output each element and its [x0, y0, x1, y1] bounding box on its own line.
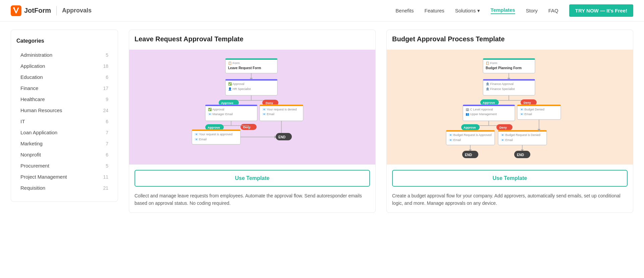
- svg-text:📧 Email: 📧 Email: [520, 112, 532, 116]
- use-template-button-leave[interactable]: Use Template: [135, 170, 370, 187]
- nav-benefits[interactable]: Benefits: [395, 8, 414, 13]
- nav-faq[interactable]: FAQ: [548, 8, 558, 13]
- sidebar-title: Categories: [16, 38, 112, 44]
- svg-text:🏦 Finance Approval: 🏦 Finance Approval: [486, 82, 514, 86]
- sidebar-item-it[interactable]: IT 6: [16, 116, 112, 127]
- sidebar-count-nonprofit: 6: [106, 152, 108, 157]
- sidebar-item-human-resources[interactable]: Human Resources 24: [16, 105, 112, 116]
- sidebar-item-loan-application[interactable]: Loan Application 7: [16, 127, 112, 138]
- templates-grid: Leave Request Approval Template 📋 Form L…: [129, 30, 633, 213]
- sidebar-count-marketing: 7: [106, 141, 108, 146]
- nav-solutions[interactable]: Solutions ▾: [455, 8, 480, 14]
- svg-rect-68: [517, 105, 561, 106]
- svg-text:END: END: [278, 135, 285, 139]
- sidebar-count-procurement: 5: [106, 163, 108, 169]
- template-card-leave-request: Leave Request Approval Template 📋 Form L…: [129, 30, 376, 213]
- svg-text:📧 Manager Email: 📧 Manager Email: [208, 112, 233, 116]
- budget-approval-flow-svg: 📋 Form Budget Planning Form 🏦 Finance Ap…: [439, 55, 580, 159]
- svg-rect-80: [446, 130, 495, 145]
- sidebar-item-nonprofit[interactable]: Nonprofit 6: [16, 149, 112, 160]
- nav-features[interactable]: Features: [425, 8, 444, 13]
- svg-text:✅ Approval: ✅ Approval: [208, 107, 224, 111]
- svg-rect-67: [517, 105, 561, 120]
- svg-text:📋 Form: 📋 Form: [228, 61, 240, 65]
- sidebar-item-administration[interactable]: Administration 5: [16, 49, 112, 60]
- sidebar: Categories Administration 5 Application …: [11, 30, 118, 202]
- svg-text:📧 Budget Denied: 📧 Budget Denied: [520, 107, 544, 111]
- sidebar-label-application: Application: [20, 63, 45, 69]
- sidebar-count-it: 6: [106, 119, 108, 124]
- sidebar-item-healthcare[interactable]: Healthcare 9: [16, 94, 112, 105]
- sidebar-label-human-resources: Human Resources: [20, 107, 62, 113]
- svg-rect-37: [192, 130, 240, 144]
- nav-templates[interactable]: Templates: [491, 7, 515, 14]
- svg-text:👥 Upper Management: 👥 Upper Management: [466, 112, 497, 116]
- svg-rect-84: [498, 130, 547, 145]
- sidebar-label-requisition: Requisition: [20, 185, 45, 191]
- sidebar-label-administration: Administration: [20, 52, 52, 58]
- svg-text:📧 Email: 📧 Email: [195, 137, 207, 141]
- leave-request-flow-svg: 📋 Form Leave Request Form ✅ Approval 👤 H…: [182, 55, 323, 159]
- sidebar-label-healthcare: Healthcare: [20, 96, 45, 102]
- svg-text:📧 Budget Request is Denied: 📧 Budget Request is Denied: [501, 133, 540, 137]
- sidebar-item-application[interactable]: Application 18: [16, 60, 112, 72]
- sidebar-item-project-management[interactable]: Project Management 11: [16, 171, 112, 182]
- sidebar-item-education[interactable]: Education 6: [16, 72, 112, 83]
- template-preview-budget: 📋 Form Budget Planning Form 🏦 Finance Ap…: [387, 50, 633, 165]
- svg-text:Deny: Deny: [499, 126, 507, 129]
- sidebar-count-healthcare: 9: [106, 97, 108, 102]
- sidebar-count-human-resources: 24: [103, 108, 108, 113]
- svg-rect-21: [205, 105, 257, 106]
- svg-rect-81: [446, 130, 495, 132]
- try-now-button[interactable]: TRY NOW — It's Free!: [569, 4, 633, 17]
- sidebar-item-finance[interactable]: Finance 17: [16, 83, 112, 94]
- sidebar-count-application: 18: [103, 63, 108, 69]
- svg-rect-25: [260, 105, 303, 106]
- logo-text: JotForm: [24, 7, 51, 14]
- approvals-label: Approvals: [62, 7, 92, 14]
- use-template-button-budget[interactable]: Use Template: [392, 170, 628, 187]
- svg-text:📧 Your request is denied: 📧 Your request is denied: [262, 107, 297, 111]
- sidebar-count-education: 6: [106, 75, 108, 80]
- sidebar-label-project-management: Project Management: [20, 174, 67, 180]
- svg-rect-38: [192, 130, 240, 131]
- svg-text:Deny: Deny: [243, 126, 251, 129]
- sidebar-label-finance: Finance: [20, 85, 38, 91]
- sidebar-label-it: IT: [20, 119, 25, 124]
- logo[interactable]: JotForm: [11, 5, 51, 16]
- svg-rect-0: [11, 5, 21, 16]
- navbar: JotForm Approvals Benefits Features Solu…: [0, 0, 644, 21]
- sidebar-label-nonprofit: Nonprofit: [20, 152, 41, 157]
- sidebar-count-loan-application: 7: [106, 130, 108, 135]
- svg-rect-51: [483, 79, 535, 81]
- template-description-leave: Collect and manage leave requests from e…: [129, 192, 375, 213]
- sidebar-count-administration: 5: [106, 52, 108, 58]
- sidebar-label-loan-application: Loan Application: [20, 130, 57, 135]
- nav-story[interactable]: Story: [526, 8, 538, 13]
- main-layout: Categories Administration 5 Application …: [0, 21, 644, 278]
- sidebar-item-procurement[interactable]: Procurement 5: [16, 160, 112, 171]
- svg-rect-8: [225, 79, 277, 81]
- template-preview-leave: 📋 Form Leave Request Form ✅ Approval 👤 H…: [129, 50, 375, 165]
- svg-rect-3: [225, 58, 277, 60]
- svg-rect-45: [483, 58, 535, 73]
- sidebar-label-marketing: Marketing: [20, 141, 43, 146]
- svg-text:👤 HR Specialist: 👤 HR Specialist: [228, 87, 251, 91]
- template-title-budget-approval: Budget Approval Process Template: [392, 35, 628, 43]
- svg-text:Leave Request Form: Leave Request Form: [228, 66, 261, 70]
- navbar-left: JotForm Approvals: [11, 5, 92, 16]
- svg-rect-64: [463, 105, 515, 106]
- svg-text:Budget Planning Form: Budget Planning Form: [486, 66, 522, 70]
- svg-point-1: [13, 7, 15, 9]
- sidebar-label-procurement: Procurement: [20, 163, 49, 169]
- sidebar-item-marketing[interactable]: Marketing 7: [16, 138, 112, 149]
- svg-text:Approve: Approve: [221, 101, 233, 105]
- navbar-right: Benefits Features Solutions ▾ Templates …: [395, 4, 633, 17]
- svg-text:✅ Approval: ✅ Approval: [228, 82, 245, 86]
- logo-divider: [56, 6, 57, 15]
- svg-text:Approve: Approve: [464, 126, 476, 129]
- sidebar-count-finance: 17: [103, 86, 108, 91]
- sidebar-item-requisition[interactable]: Requisition 21: [16, 182, 112, 193]
- svg-text:Deny: Deny: [524, 101, 531, 104]
- templates-content: Leave Request Approval Template 📋 Form L…: [129, 30, 633, 270]
